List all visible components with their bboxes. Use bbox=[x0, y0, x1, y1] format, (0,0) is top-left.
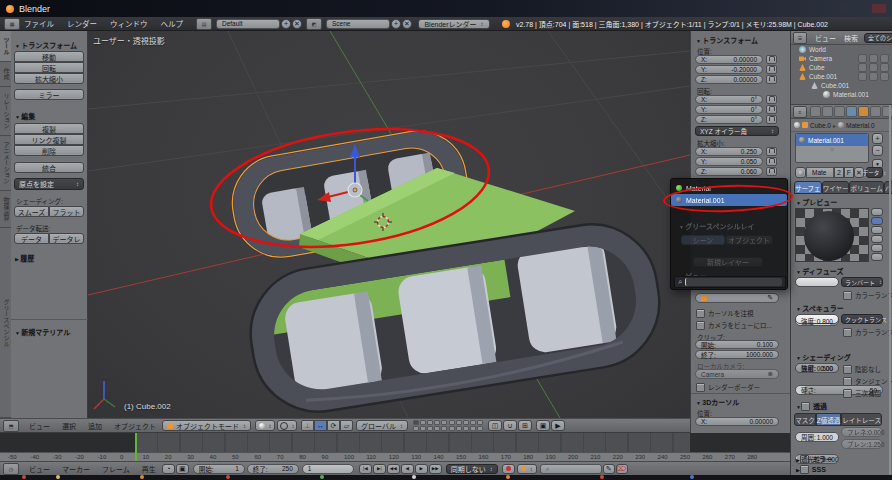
object-tab-icon[interactable] bbox=[858, 106, 869, 117]
play-button[interactable]: ▶ bbox=[415, 464, 428, 474]
layer-cell[interactable] bbox=[456, 420, 462, 425]
lock-cursor-row[interactable]: カーソルを注視 bbox=[696, 308, 754, 318]
layer-cell[interactable] bbox=[477, 426, 483, 431]
renderability-camera-icon[interactable] bbox=[880, 63, 889, 72]
tab-create[interactable]: 作成 bbox=[0, 62, 11, 87]
loc-y-field[interactable]: Y:-0.20000 bbox=[695, 65, 763, 74]
specular-shader-dropdown[interactable]: クックトランス bbox=[841, 314, 883, 324]
lock-icon[interactable] bbox=[766, 65, 777, 74]
delete-layout-button[interactable]: ✕ bbox=[292, 19, 302, 29]
viewport-menu-select[interactable]: 選択 bbox=[62, 421, 76, 431]
visibility-eye-icon[interactable] bbox=[858, 54, 867, 63]
layer-cell[interactable] bbox=[463, 420, 469, 425]
lock-icon[interactable] bbox=[766, 105, 777, 114]
preview-sphere-icon[interactable] bbox=[871, 217, 883, 225]
tab-relations[interactable]: リレーション bbox=[0, 87, 11, 136]
snap-element-icon[interactable]: ⊞ bbox=[518, 420, 532, 431]
popup-search-input[interactable] bbox=[685, 278, 782, 286]
outliner-row-cube001[interactable]: Cube.001 bbox=[791, 72, 892, 81]
layer-cell[interactable] bbox=[434, 426, 440, 431]
manipulator-toggle-icon[interactable]: ⟂ bbox=[301, 420, 314, 431]
lock-camera-row[interactable]: カメラをビューにロ... bbox=[696, 320, 772, 330]
rotate-manipulator-icon[interactable]: ⟳ bbox=[327, 420, 340, 431]
viewport-editor-type-icon[interactable]: ⬒ bbox=[3, 420, 19, 432]
layer-cell[interactable] bbox=[427, 420, 433, 425]
world-tab-icon[interactable] bbox=[846, 106, 857, 117]
frame-lock-icon[interactable]: ▣ bbox=[176, 464, 189, 474]
viewport-menu-view[interactable]: ビュー bbox=[29, 421, 50, 431]
cursor3d-panel-header[interactable]: 3Dカーソル bbox=[696, 397, 739, 407]
shade-flat-button[interactable]: フラット bbox=[49, 206, 84, 217]
tab-mask[interactable]: マスク bbox=[794, 413, 816, 426]
rot-y-field[interactable]: Y:0° bbox=[695, 105, 763, 114]
loc-x-field[interactable]: X:0.00000 bbox=[695, 55, 763, 64]
mirror-button[interactable]: ミラー bbox=[14, 89, 84, 100]
layer-cell[interactable] bbox=[441, 426, 447, 431]
specular-panel-header[interactable]: スペキュラー bbox=[796, 303, 844, 313]
history-panel-header[interactable]: 履歴 bbox=[15, 253, 34, 263]
diffuse-shader-dropdown[interactable]: ランバート bbox=[841, 277, 883, 287]
tab-grease-pencil[interactable]: グリースペンシル bbox=[0, 228, 11, 418]
move-button[interactable]: 移動 bbox=[14, 51, 84, 62]
rot-x-field[interactable]: X:0° bbox=[695, 95, 763, 104]
lock-object-field[interactable]: ✎ bbox=[695, 293, 779, 303]
menu-file[interactable]: ファイル bbox=[24, 18, 54, 29]
tab-raytrace[interactable]: レイトレース bbox=[841, 413, 882, 426]
join-button[interactable]: 統合 bbox=[14, 162, 84, 173]
layer-cell[interactable] bbox=[427, 426, 433, 431]
orientation-selector[interactable]: グローバル bbox=[356, 420, 408, 431]
clip-start-field[interactable]: 開始:0.100 bbox=[695, 340, 779, 349]
renderability-camera-icon[interactable] bbox=[880, 72, 889, 81]
specular-color-swatch[interactable] bbox=[795, 314, 839, 324]
preview-range-icon[interactable]: ◔ bbox=[162, 464, 175, 474]
clip-end-field[interactable]: 終了:1000.000 bbox=[695, 350, 779, 359]
add-scene-button[interactable]: + bbox=[391, 19, 401, 29]
minimize-button[interactable] bbox=[840, 4, 852, 13]
material-slot-selected[interactable]: Material.001 bbox=[796, 134, 868, 146]
popup-item-material[interactable]: Material bbox=[671, 182, 787, 194]
delete-keyframe-icon[interactable]: ⌦ bbox=[616, 464, 628, 474]
render-opengl-anim-icon[interactable]: ▶ bbox=[551, 420, 565, 431]
layer-cell[interactable] bbox=[470, 426, 476, 431]
timeline-menu-playback[interactable]: 再生 bbox=[142, 464, 156, 474]
translate-manipulator-icon[interactable]: ↔ bbox=[314, 420, 327, 431]
timeline-menu-view[interactable]: ビュー bbox=[29, 464, 50, 474]
next-keyframe-button[interactable]: ▶▶ bbox=[429, 464, 442, 474]
outliner-menu-view[interactable]: ビュー bbox=[815, 33, 836, 43]
selectability-cursor-icon[interactable] bbox=[869, 63, 878, 72]
render-border-row[interactable]: レンダーボーダー bbox=[696, 382, 760, 392]
current-frame-field[interactable]: 1 bbox=[302, 464, 354, 474]
close-button[interactable] bbox=[872, 4, 886, 13]
diffuse-color-swatch[interactable] bbox=[795, 277, 839, 287]
delete-scene-button[interactable]: ✕ bbox=[402, 19, 412, 29]
layer-cell[interactable] bbox=[413, 426, 419, 431]
cubic-row[interactable]: 三次補間 bbox=[843, 388, 881, 398]
constraints-tab-icon[interactable] bbox=[870, 106, 881, 117]
sss-panel-header[interactable]: SSS bbox=[796, 465, 826, 474]
jump-to-end-button[interactable]: ▶| bbox=[373, 464, 386, 474]
mode-selector[interactable]: オブジェクトモード bbox=[162, 420, 251, 431]
lock-icon[interactable] bbox=[766, 115, 777, 124]
layers-widget-a[interactable] bbox=[413, 420, 447, 431]
material-name-field[interactable]: Mate bbox=[806, 167, 834, 178]
window-titlebar[interactable]: Blender bbox=[0, 0, 892, 17]
viewport-menu-object[interactable]: オブジェクト bbox=[114, 421, 156, 431]
selectability-cursor-icon[interactable] bbox=[869, 54, 878, 63]
new-material-panel-header[interactable]: 新規マテリアル bbox=[15, 327, 70, 337]
frame-end-field[interactable]: 終了:250 bbox=[247, 464, 299, 474]
timeline-band[interactable] bbox=[0, 433, 790, 452]
lock-icon[interactable] bbox=[766, 167, 777, 176]
timeline-menu-frame[interactable]: フレーム bbox=[102, 464, 130, 474]
outliner-row-material001[interactable]: Material.001 bbox=[791, 90, 892, 99]
viewport-menu-add[interactable]: 追加 bbox=[88, 421, 102, 431]
add-slot-button[interactable]: + bbox=[872, 133, 883, 144]
viewport-3d[interactable]: ユーザー・透視投影 (1) Cube.002 bbox=[88, 31, 690, 418]
frame-start-field[interactable]: 開始:1 bbox=[193, 464, 245, 474]
snap-magnet-icon[interactable]: ∪ bbox=[503, 420, 517, 431]
data-link-dropdown[interactable]: データ bbox=[866, 167, 883, 178]
visibility-eye-icon[interactable] bbox=[858, 72, 867, 81]
duplicate-linked-button[interactable]: リンク複製 bbox=[14, 134, 84, 145]
shading-panel-header[interactable]: シェーディング bbox=[796, 352, 851, 362]
editor-type-icon[interactable]: ▦ bbox=[4, 18, 20, 30]
tangent-row[interactable]: タンジェント... bbox=[843, 376, 892, 386]
